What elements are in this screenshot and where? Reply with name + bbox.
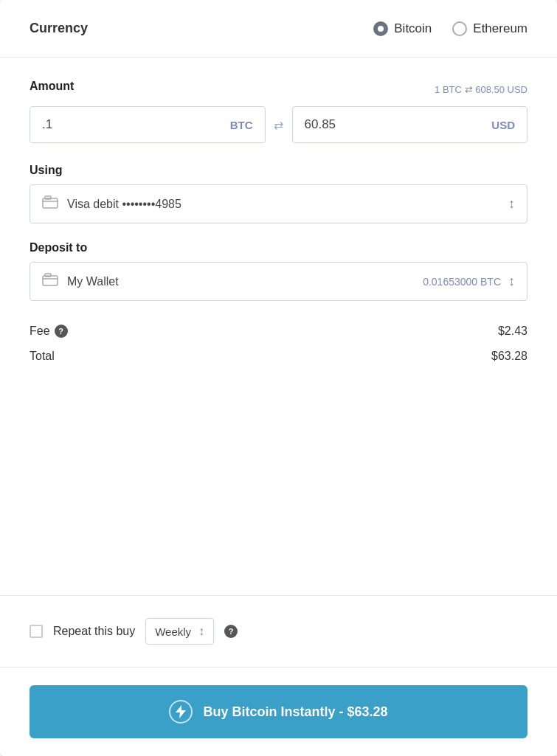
amount-label: Amount: [30, 80, 74, 93]
ethereum-label: Ethereum: [473, 21, 527, 36]
fee-value: $2.43: [498, 325, 527, 338]
repeat-frequency-select[interactable]: Weekly ↕: [145, 618, 214, 645]
using-label: Using: [30, 164, 527, 177]
deposit-wallet-icon: [42, 273, 58, 290]
fee-help-icon[interactable]: ?: [55, 325, 68, 338]
svg-rect-0: [43, 198, 58, 208]
btc-currency: BTC: [230, 119, 253, 131]
swap-icon[interactable]: ⇄: [266, 118, 292, 132]
exchange-rate: 1 BTC ⇄ 608.50 USD: [435, 84, 527, 95]
buy-section: Buy Bitcoin Instantly - $63.28: [0, 667, 557, 756]
total-value: $63.28: [491, 350, 527, 363]
using-select[interactable]: Visa debit ••••••••4985 ↕: [30, 184, 527, 223]
repeat-section: Repeat this buy Weekly ↕ ?: [0, 596, 557, 667]
deposit-chevron-icon: ↕: [508, 274, 515, 289]
bolt-icon: [169, 700, 193, 724]
btc-input-box[interactable]: .1 BTC: [30, 106, 266, 143]
deposit-select[interactable]: My Wallet 0.01653000 BTC ↕: [30, 262, 527, 301]
fee-row: Fee ? $2.43: [30, 319, 527, 344]
using-section: Using Visa debit ••••••••4985 ↕: [30, 164, 527, 223]
wallet-icon: [42, 195, 58, 212]
buy-bitcoin-card: Currency Bitcoin Ethereum Amount 1 BTC ⇄…: [0, 0, 557, 756]
buy-button[interactable]: Buy Bitcoin Instantly - $63.28: [30, 685, 527, 738]
svg-rect-1: [45, 196, 51, 199]
usd-input-box[interactable]: 60.85 USD: [292, 106, 528, 143]
deposit-balance: 0.01653000 BTC: [423, 276, 501, 288]
bitcoin-option[interactable]: Bitcoin: [373, 21, 432, 36]
buy-button-label: Buy Bitcoin Instantly - $63.28: [203, 704, 387, 720]
amount-section: Amount 1 BTC ⇄ 608.50 USD .1 BTC ⇄ 60.85…: [30, 80, 527, 143]
ethereum-radio[interactable]: [452, 21, 467, 36]
fee-section: Fee ? $2.43 Total $63.28: [30, 319, 527, 369]
currency-section: Currency Bitcoin Ethereum: [0, 0, 557, 58]
repeat-chevron-icon: ↕: [198, 625, 204, 638]
deposit-label: Deposit to: [30, 241, 527, 254]
main-body: Amount 1 BTC ⇄ 608.50 USD .1 BTC ⇄ 60.85…: [0, 58, 557, 596]
svg-marker-4: [176, 705, 186, 718]
btc-value: .1: [42, 117, 52, 132]
repeat-checkbox[interactable]: [30, 625, 43, 638]
currency-label: Currency: [30, 21, 88, 36]
usd-currency: USD: [491, 119, 515, 131]
amount-inputs: .1 BTC ⇄ 60.85 USD: [30, 106, 527, 143]
repeat-help-icon[interactable]: ?: [224, 625, 238, 638]
ethereum-option[interactable]: Ethereum: [452, 21, 527, 36]
usd-value: 60.85: [305, 117, 336, 132]
repeat-label: Repeat this buy: [53, 625, 135, 638]
bitcoin-radio[interactable]: [373, 21, 388, 36]
total-label: Total: [30, 350, 55, 363]
amount-header: Amount 1 BTC ⇄ 608.50 USD: [30, 80, 527, 99]
deposit-section: Deposit to My Wallet 0.01653000 BTC ↕: [30, 241, 527, 301]
svg-rect-2: [43, 276, 58, 285]
currency-radio-group: Bitcoin Ethereum: [373, 21, 527, 36]
using-text: Visa debit ••••••••4985: [67, 198, 508, 211]
total-row: Total $63.28: [30, 344, 527, 369]
using-chevron-icon: ↕: [508, 196, 515, 212]
repeat-frequency-value: Weekly: [155, 625, 191, 638]
svg-rect-3: [45, 274, 51, 277]
fee-label: Fee ?: [30, 325, 68, 338]
deposit-text: My Wallet: [67, 275, 423, 288]
bitcoin-label: Bitcoin: [394, 21, 432, 36]
